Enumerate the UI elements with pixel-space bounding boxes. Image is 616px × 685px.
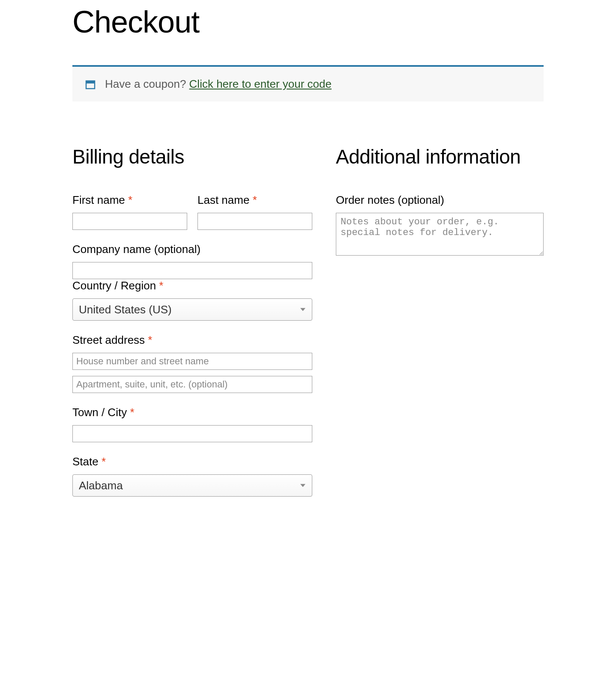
required-star: * — [253, 194, 257, 206]
country-label: Country / Region * — [72, 279, 312, 292]
last-name-input[interactable] — [197, 213, 312, 230]
last-name-label: Last name * — [197, 194, 312, 207]
state-select[interactable]: Alabama — [72, 474, 312, 497]
calendar-icon — [85, 79, 96, 89]
first-name-input[interactable] — [72, 213, 187, 230]
city-label: Town / City * — [72, 406, 312, 419]
coupon-link[interactable]: Click here to enter your code — [189, 77, 332, 90]
required-star: * — [128, 194, 132, 206]
company-input[interactable] — [72, 262, 312, 279]
order-notes-label: Order notes (optional) — [336, 194, 544, 207]
street-line1-input[interactable] — [72, 353, 312, 370]
additional-column: Additional information Order notes (opti… — [336, 144, 544, 509]
street-line2-input[interactable] — [72, 376, 312, 393]
page-title: Checkout — [72, 4, 544, 39]
billing-column: Billing details First name * Last name * — [72, 144, 312, 509]
coupon-banner: Have a coupon? Click here to enter your … — [72, 65, 544, 101]
city-input[interactable] — [72, 425, 312, 442]
required-star: * — [159, 279, 163, 292]
additional-heading: Additional information — [336, 144, 544, 170]
company-label: Company name (optional) — [72, 243, 312, 256]
state-label: State * — [72, 455, 312, 468]
coupon-text: Have a coupon? Click here to enter your … — [105, 77, 332, 91]
street-label: Street address * — [72, 334, 312, 347]
required-star: * — [102, 455, 106, 468]
country-select[interactable]: United States (US) — [72, 298, 312, 321]
first-name-label: First name * — [72, 194, 187, 207]
svg-rect-1 — [86, 81, 95, 83]
order-notes-textarea[interactable] — [336, 213, 544, 256]
required-star: * — [130, 406, 134, 419]
required-star: * — [148, 334, 152, 346]
billing-heading: Billing details — [72, 144, 312, 170]
coupon-prompt: Have a coupon? — [105, 77, 189, 90]
